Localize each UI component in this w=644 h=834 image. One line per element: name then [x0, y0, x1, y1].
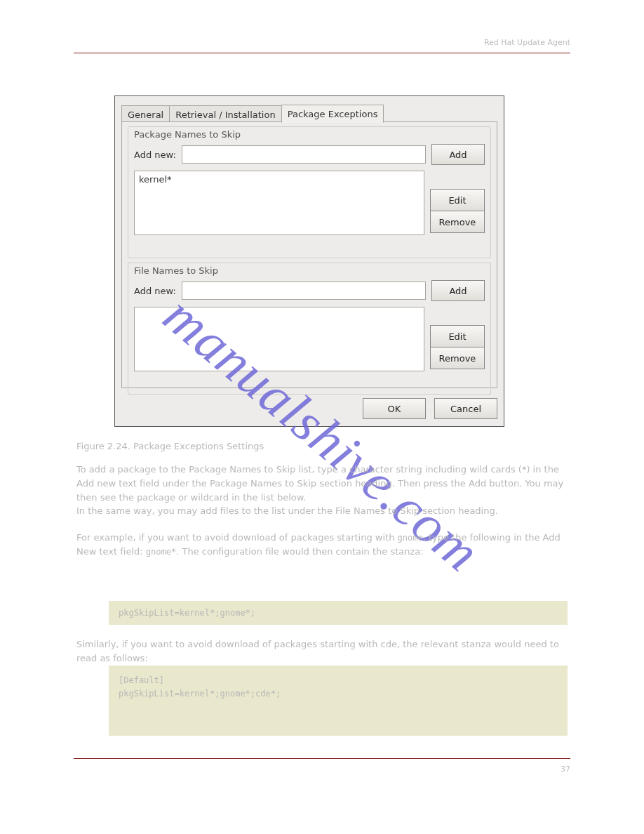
fieldset-package-names: Package Names to Skip Add new: Add kerne…: [128, 126, 491, 258]
package-add-button[interactable]: Add: [431, 144, 485, 165]
code-block: pkgSkipList=kernel*;gnome*;: [109, 601, 568, 625]
tab-package-exceptions[interactable]: Package Exceptions: [281, 105, 384, 123]
fieldset-legend: Package Names to Skip: [134, 129, 241, 140]
footer-page-number: 37: [561, 764, 570, 774]
paragraph: For example, if you want to avoid downlo…: [76, 531, 568, 559]
ok-button[interactable]: OK: [363, 398, 426, 419]
package-remove-button[interactable]: Remove: [430, 211, 485, 233]
package-skip-list[interactable]: kernel*: [134, 171, 424, 235]
page-header: Red Hat Update Agent: [74, 38, 570, 53]
tab-row: General Retrieval / Installation Package…: [121, 102, 383, 122]
header-right: Red Hat Update Agent: [484, 38, 570, 47]
list-item[interactable]: kernel*: [139, 174, 420, 185]
fieldset-file-names: File Names to Skip Add new: Add Edit Rem…: [128, 263, 491, 395]
page-footer: 37: [74, 758, 570, 774]
file-add-input[interactable]: [182, 282, 426, 300]
tab-retrieval[interactable]: Retrieval / Installation: [169, 105, 281, 123]
tab-panel: Package Names to Skip Add new: Add kerne…: [121, 121, 497, 388]
add-new-label: Add new:: [134, 286, 176, 296]
package-add-input[interactable]: [182, 145, 426, 164]
file-edit-button[interactable]: Edit: [430, 325, 485, 348]
add-new-label: Add new:: [134, 150, 176, 160]
cancel-button[interactable]: Cancel: [434, 398, 497, 419]
file-skip-list[interactable]: [134, 307, 424, 371]
fieldset-legend: File Names to Skip: [134, 265, 218, 276]
paragraph: In the same way, you may add files to th…: [76, 504, 568, 518]
file-add-button[interactable]: Add: [431, 280, 485, 301]
paragraph: Similarly, if you want to avoid download…: [76, 637, 568, 666]
tab-general[interactable]: General: [121, 105, 170, 123]
file-remove-button[interactable]: Remove: [430, 347, 485, 369]
code-block: [Default] pkgSkipList=kernel*;gnome*;cde…: [109, 666, 568, 736]
package-edit-button[interactable]: Edit: [430, 189, 485, 211]
figure-caption: Figure 2.24. Package Exceptions Settings: [76, 439, 568, 454]
paragraph: To add a package to the Package Names to…: [76, 463, 568, 505]
dialog-window: General Retrieval / Installation Package…: [114, 95, 504, 427]
